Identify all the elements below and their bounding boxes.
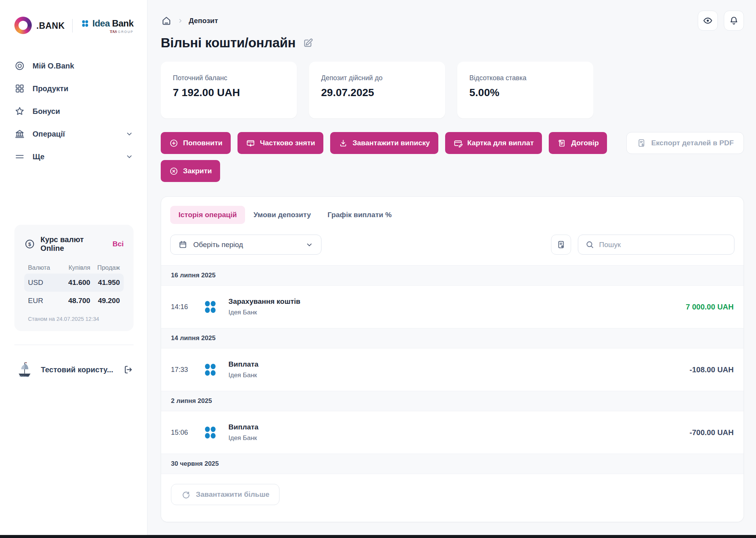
transactions-list: 16 липня 2025 14:16 Зарахування коштів І…: [161, 265, 744, 522]
bank-icon: [14, 129, 25, 139]
document-export-icon: [556, 240, 566, 249]
bell-icon: [729, 16, 739, 26]
card-label: Депозит дійсний до: [321, 74, 433, 82]
sidebar-item-label: Операції: [33, 130, 65, 138]
notifications-button[interactable]: [724, 11, 744, 31]
sidebar-item-label: Мій O.Bank: [33, 62, 74, 70]
date-group-header: 14 липня 2025: [161, 328, 744, 348]
refresh-icon: [181, 490, 191, 499]
transaction-subtitle: Ідея Банк: [228, 434, 258, 442]
transaction-time: 15:06: [171, 429, 196, 437]
date-group-header: 30 червня 2025: [161, 454, 744, 474]
ideabank-dots-icon: [201, 298, 219, 316]
search-box: [578, 235, 734, 255]
logo-divider: [72, 19, 73, 33]
sidebar-item-products[interactable]: Продукти: [14, 77, 134, 100]
avatar: [14, 359, 35, 380]
visibility-button[interactable]: [698, 11, 718, 31]
transaction-title: Зарахування коштів: [228, 297, 300, 306]
transaction-row[interactable]: 17:33 Виплата Ідея Банк -108.00 UAH: [161, 348, 744, 391]
rates-title: Курс валют Online: [40, 235, 107, 253]
ideabank-dots-icon: [80, 19, 90, 28]
deposit-panel: Історія операцій Умови депозиту Графік в…: [161, 196, 744, 522]
star-icon: [14, 106, 25, 117]
transaction-time: 14:16: [171, 303, 196, 311]
card-value: 5.00%: [469, 87, 581, 99]
document-export-icon: [636, 138, 646, 148]
sidebar-divider: [14, 345, 134, 345]
card-interest-rate: Відсоткова ставка 5.00%: [457, 62, 593, 118]
idea-text: Idea: [92, 18, 110, 29]
plus-circle-icon: [169, 138, 179, 148]
rates-all-link[interactable]: Всі: [112, 240, 124, 248]
tab-terms[interactable]: Умови депозиту: [245, 206, 319, 224]
sidebar-item-operations[interactable]: Операції: [14, 123, 134, 145]
download-statement-button[interactable]: Завантажити виписку: [330, 132, 438, 154]
eye-icon: [703, 16, 713, 26]
filter-row: Оберіть період: [161, 235, 744, 255]
chevron-down-icon: [305, 241, 314, 249]
close-deposit-button[interactable]: Закрити: [161, 160, 220, 182]
calendar-icon: [178, 240, 188, 249]
x-circle-icon: [169, 166, 179, 176]
load-more-button[interactable]: Завантажити більше: [171, 484, 279, 505]
main-content: Депозит Вільні кошти/онлайн Поточний бал…: [147, 0, 756, 538]
rates-table: Валюта Купівля Продаж USD 41.600 41.950 …: [24, 262, 124, 310]
breadcrumb-current: Депозит: [189, 17, 218, 25]
logout-icon[interactable]: [123, 364, 134, 375]
transaction-row[interactable]: 14:16 Зарахування коштів Ідея Банк 7 000…: [161, 286, 744, 328]
sidebar-item-more[interactable]: Ще: [14, 145, 134, 168]
topbar: Депозит: [161, 11, 744, 31]
period-placeholder: Оберіть період: [193, 241, 243, 249]
transaction-subtitle: Ідея Банк: [228, 309, 300, 316]
card-value: 29.07.2025: [321, 87, 433, 99]
primary-actions: Поповнити Частково зняти Завантажити вип…: [161, 132, 607, 154]
summary-cards: Поточний баланс 7 192.00 UAH Депозит дій…: [161, 62, 744, 118]
card-valid-until: Депозит дійсний до 29.07.2025: [309, 62, 445, 118]
sidebar-item-bonuses[interactable]: Бонуси: [14, 100, 134, 123]
title-row: Вільні кошти/онлайн: [161, 35, 744, 50]
brand-logos: .BANK Idea Bank TAS GROUP: [14, 17, 134, 34]
dollar-circle-icon: $: [24, 238, 35, 250]
period-select[interactable]: Оберіть період: [170, 235, 321, 255]
transaction-title: Виплата: [228, 423, 258, 431]
export-pdf-button[interactable]: Експорт деталей в PDF: [626, 132, 744, 154]
card-label: Відсоткова ставка: [469, 74, 581, 82]
obank-logo-icon: [14, 17, 32, 34]
card-withdraw-icon: [246, 138, 255, 148]
contract-icon: [557, 138, 567, 148]
rate-row-eur: EUR 48.700 49.200: [24, 292, 124, 310]
currency-rates-widget: $ Курс валют Online Всі Валюта Купівля П…: [14, 225, 134, 331]
ideabank-logo: Idea Bank TAS GROUP: [80, 18, 134, 34]
breadcrumb: Депозит: [161, 15, 218, 26]
date-group-header: 16 липня 2025: [161, 265, 744, 286]
payout-card-button[interactable]: Картка для виплат: [445, 132, 542, 154]
tab-history[interactable]: Історія операцій: [170, 206, 245, 224]
user-name: Тестовий користу...: [41, 365, 113, 374]
card-value: 7 192.00 UAH: [173, 87, 285, 99]
topup-button[interactable]: Поповнити: [161, 132, 231, 154]
ideabank-dots-icon: [201, 361, 219, 379]
search-input[interactable]: [599, 241, 727, 249]
app-window: .BANK Idea Bank TAS GROUP Мій O.Bank: [0, 0, 756, 538]
sidebar-item-my-obank[interactable]: Мій O.Bank: [14, 54, 134, 77]
transaction-row[interactable]: 15:06 Виплата Ідея Банк -700.00 UAH: [161, 411, 744, 454]
contract-button[interactable]: Договір: [549, 132, 607, 154]
tab-payout-schedule[interactable]: Графік виплати %: [319, 206, 400, 224]
download-icon: [338, 138, 348, 148]
card-current-balance: Поточний баланс 7 192.00 UAH: [161, 62, 297, 118]
transaction-amount: -108.00 UAH: [689, 365, 734, 374]
top-actions: [698, 11, 744, 31]
edit-icon[interactable]: [303, 37, 314, 48]
transaction-subtitle: Ідея Банк: [228, 372, 258, 379]
ship-avatar-image: [15, 360, 34, 379]
sidebar-item-label: Продукти: [33, 84, 68, 93]
rates-timestamp: Станом на 24.07.2025 12:34: [24, 316, 124, 322]
partial-withdraw-button[interactable]: Частково зняти: [238, 132, 323, 154]
page-title: Вільні кошти/онлайн: [161, 35, 296, 50]
home-icon[interactable]: [161, 15, 172, 26]
export-list-button[interactable]: [551, 235, 571, 255]
transaction-time: 17:33: [171, 366, 196, 374]
transaction-title: Виплата: [228, 360, 258, 369]
card-pen-icon: [453, 138, 463, 148]
